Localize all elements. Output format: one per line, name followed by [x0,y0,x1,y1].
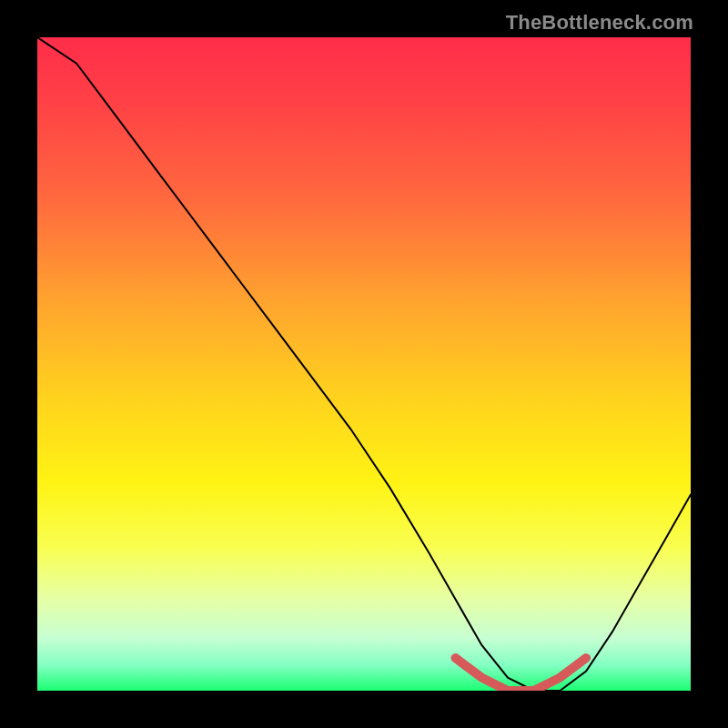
bottleneck-curve [37,37,691,691]
watermark-text: TheBottleneck.com [506,11,693,35]
chart-svg [37,37,691,691]
chart-frame: TheBottleneck.com [0,0,728,728]
plot-area [37,37,691,691]
